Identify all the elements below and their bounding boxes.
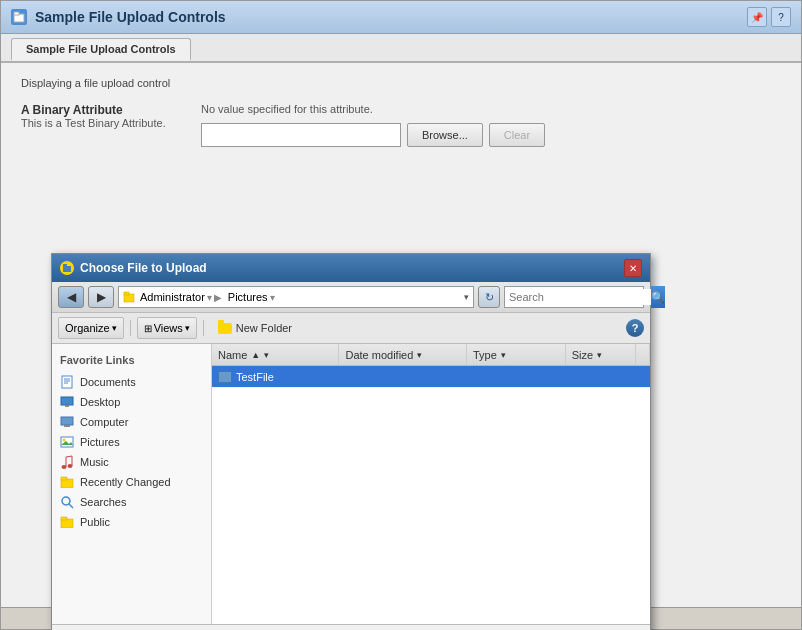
tab-bar: Sample File Upload Controls [1,34,801,63]
search-input[interactable] [505,289,651,305]
search-box: 🔍 [504,286,644,308]
path-part-pictures: Pictures ▾ [228,291,275,303]
secondary-toolbar: Organize ▾ ⊞ Views ▾ New Folder ? [52,313,650,344]
col-header-extra [636,344,650,365]
favorites-panel: Favorite Links Documents Desktop Compute… [52,344,212,624]
searches-icon [60,495,74,509]
path-dropdown[interactable]: Administrator ▾ ▶ Pictures ▾ ▾ [118,286,474,308]
col-header-size[interactable]: Size ▾ [566,344,636,365]
fav-label-recently-changed: Recently Changed [80,476,171,488]
recently-changed-icon [60,475,74,489]
fav-item-searches[interactable]: Searches [52,492,211,512]
attribute-controls: No value specified for this attribute. B… [201,103,545,147]
fav-label-computer: Computer [80,416,128,428]
attribute-desc: This is a Test Binary Attribute. [21,117,181,129]
svg-point-15 [63,439,66,442]
col-header-date[interactable]: Date modified ▾ [339,344,466,365]
attribute-section: A Binary Attribute This is a Test Binary… [21,103,781,147]
svg-rect-1 [14,12,19,15]
file-header: Name ▲ ▾ Date modified ▾ Type ▾ [212,344,650,366]
svg-rect-12 [61,417,73,425]
fav-label-music: Music [80,456,109,468]
public-icon [60,515,74,529]
fav-item-computer[interactable]: Computer [52,412,211,432]
svg-rect-23 [61,477,67,480]
dialog-title-bar: Choose File to Upload ✕ [52,254,650,282]
file-name: TestFile [236,371,274,383]
new-folder-button[interactable]: New Folder [210,317,300,339]
col-header-name[interactable]: Name ▲ ▾ [212,344,339,365]
dialog-title-left: Choose File to Upload [60,261,207,275]
fav-label-pictures: Pictures [80,436,120,448]
window-title: Sample File Upload Controls [35,9,226,25]
fav-label-searches: Searches [80,496,126,508]
fav-item-documents[interactable]: Documents [52,372,211,392]
attribute-label: A Binary Attribute This is a Test Binary… [21,103,181,129]
page-content: Displaying a file upload control A Binar… [1,63,801,607]
forward-button[interactable]: ▶ [88,286,114,308]
clear-button[interactable]: Clear [489,123,545,147]
new-folder-label: New Folder [236,322,292,334]
svg-rect-27 [61,517,67,520]
svg-rect-5 [124,292,129,295]
pin-button[interactable]: 📌 [747,7,767,27]
attribute-name: A Binary Attribute [21,103,181,117]
music-icon [60,455,74,469]
refresh-button[interactable]: ↻ [478,286,500,308]
svg-rect-22 [61,479,73,488]
documents-icon [60,375,74,389]
fav-item-public[interactable]: Public [52,512,211,532]
back-button[interactable]: ◀ [58,286,84,308]
organize-label: Organize [65,322,110,334]
svg-rect-6 [62,376,72,388]
svg-rect-10 [61,397,73,405]
svg-point-24 [62,497,70,505]
path-part-admin: Administrator ▾ [140,291,212,303]
dialog-title-text: Choose File to Upload [80,261,207,275]
views-button[interactable]: ⊞ Views ▾ [137,317,197,339]
col-header-type[interactable]: Type ▾ [467,344,566,365]
browse-button[interactable]: Browse... [407,123,483,147]
dialog-icon [60,261,74,275]
fav-item-desktop[interactable]: Desktop [52,392,211,412]
pictures-icon [60,435,74,449]
fav-label-documents: Documents [80,376,136,388]
svg-line-25 [69,504,73,508]
fav-item-music[interactable]: Music [52,452,211,472]
app-icon [11,9,27,25]
fav-item-recently-changed[interactable]: Recently Changed [52,472,211,492]
fav-label-desktop: Desktop [80,396,120,408]
folder-icon [218,323,232,334]
dialog-toolbar: ◀ ▶ Administrator ▾ ▶ Pictures ▾ ▾ ↻ [52,282,650,313]
title-bar-left: Sample File Upload Controls [11,9,226,25]
views-label: Views [154,322,183,334]
file-icon-testfile [218,371,232,383]
views-icon: ⊞ [144,323,152,334]
dialog-close-button[interactable]: ✕ [624,259,642,277]
fav-item-pictures[interactable]: Pictures [52,432,211,452]
file-row-testfile[interactable]: TestFile [212,366,650,388]
svg-line-21 [66,456,72,457]
title-bar: Sample File Upload Controls 📌 ? [1,1,801,34]
svg-rect-3 [63,264,67,267]
search-button[interactable]: 🔍 [651,286,665,308]
dialog-footer: File name: All Files (*.*) Open Cancel [52,624,650,630]
desktop-icon [60,395,74,409]
tab-main[interactable]: Sample File Upload Controls [11,38,191,61]
input-btn-row: Browse... Clear [201,123,545,147]
fav-label-public: Public [80,516,110,528]
computer-icon [60,415,74,429]
page-subtitle: Displaying a file upload control [21,77,781,89]
file-panel: Name ▲ ▾ Date modified ▾ Type ▾ [212,344,650,624]
organize-arrow: ▾ [112,323,117,333]
title-bar-right: 📌 ? [747,7,791,27]
file-name-cell: TestFile [212,371,344,383]
favorites-title: Favorite Links [52,352,211,372]
dialog-help-button[interactable]: ? [626,319,644,337]
views-arrow: ▾ [185,323,190,333]
svg-rect-13 [64,425,70,427]
organize-button[interactable]: Organize ▾ [58,317,124,339]
help-button[interactable]: ? [771,7,791,27]
file-path-input[interactable] [201,123,401,147]
file-dialog: Choose File to Upload ✕ ◀ ▶ Administrato… [51,253,651,630]
